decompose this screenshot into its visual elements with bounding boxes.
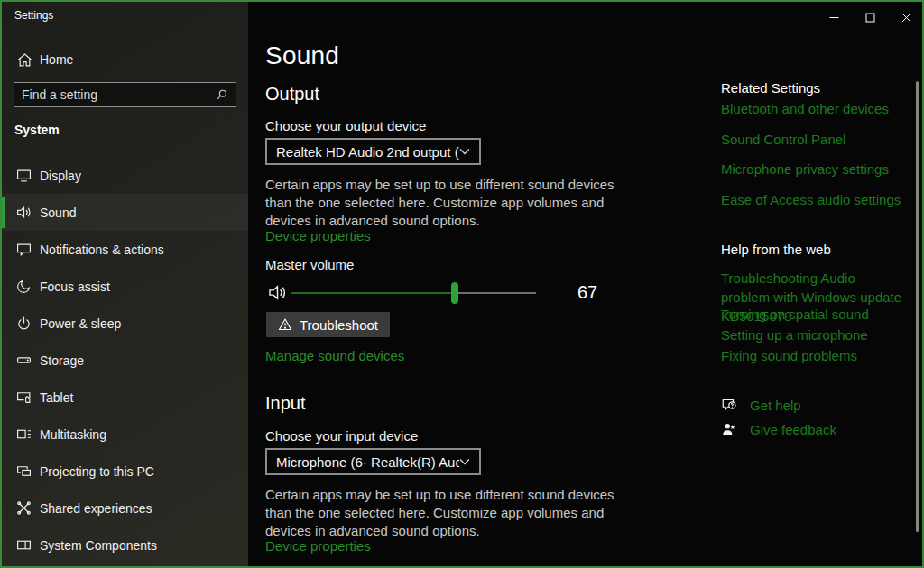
minimize-button[interactable] <box>819 5 848 29</box>
sidebar-item-label: Projecting to this PC <box>40 464 154 479</box>
output-device-value: Realtek HD Audio 2nd output (6- Re... <box>276 144 459 160</box>
sidebar-item-display[interactable]: Display <box>2 157 248 194</box>
search-box <box>14 82 236 107</box>
ease-of-access-audio-link[interactable]: Ease of Access audio settings <box>721 192 901 207</box>
sidebar-item-label: Tablet <box>40 390 73 405</box>
related-settings-heading: Related Settings <box>721 80 820 96</box>
get-help-row[interactable]: Get help <box>721 397 801 413</box>
master-volume-label: Master volume <box>265 257 354 272</box>
projecting-icon <box>16 463 32 479</box>
sidebar-item-label: Shared experiences <box>40 501 152 516</box>
sidebar-item-label: Home <box>40 52 73 67</box>
sidebar-nav: Display Sound Not <box>2 157 248 563</box>
give-feedback-link: Give feedback <box>750 422 836 437</box>
storage-icon <box>16 353 32 368</box>
slider-thumb[interactable] <box>451 282 458 304</box>
sidebar-item-label: Multitasking <box>40 427 106 442</box>
input-device-label: Choose your input device <box>265 428 418 444</box>
search-icon[interactable] <box>216 88 228 101</box>
chevron-down-icon <box>459 148 470 155</box>
get-help-link: Get help <box>750 398 801 413</box>
input-description: Certain apps may be set up to use differ… <box>265 486 633 540</box>
master-volume-slider-row: 67 <box>265 278 644 308</box>
fixing-sound-problems-link[interactable]: Fixing sound problems <box>721 348 857 363</box>
help-from-web-heading: Help from the web <box>721 242 831 257</box>
manage-sound-devices-link[interactable]: Manage sound devices <box>265 348 404 363</box>
power-icon <box>16 316 32 331</box>
bluetooth-devices-link[interactable]: Bluetooth and other devices <box>721 101 889 116</box>
sidebar-item-power-sleep[interactable]: Power & sleep <box>2 305 248 342</box>
sidebar-item-label: Power & sleep <box>40 316 121 331</box>
volume-speaker-icon[interactable] <box>268 283 287 302</box>
input-section-heading: Input <box>265 393 305 414</box>
sidebar-item-label: Notifications & actions <box>40 243 164 257</box>
tablet-icon <box>16 389 32 405</box>
sidebar-item-sound[interactable]: Sound <box>2 194 248 231</box>
sidebar-item-label: Storage <box>40 353 84 368</box>
spatial-sound-link[interactable]: Turning on spatial sound <box>721 307 869 322</box>
sidebar-item-label: System Components <box>40 538 157 553</box>
get-help-icon <box>721 397 737 413</box>
master-volume-slider[interactable] <box>291 278 536 308</box>
sidebar: Settings Home System <box>2 2 248 566</box>
display-icon <box>16 168 32 183</box>
microphone-privacy-link[interactable]: Microphone privacy settings <box>721 161 889 177</box>
selected-accent-bar <box>2 197 5 228</box>
troubleshoot-button[interactable]: Troubleshoot <box>266 312 390 337</box>
sound-icon <box>16 205 32 220</box>
setup-microphone-link[interactable]: Setting up a microphone <box>721 327 868 343</box>
sound-control-panel-link[interactable]: Sound Control Panel <box>721 132 845 147</box>
output-device-properties-link[interactable]: Device properties <box>265 228 371 243</box>
page-title: Sound <box>265 41 339 70</box>
close-icon <box>901 13 911 23</box>
sidebar-item-multitasking[interactable]: Multitasking <box>2 416 248 453</box>
input-device-value: Microphone (6- Realtek(R) Audio) <box>276 454 459 470</box>
warning-icon <box>278 317 292 332</box>
notifications-icon <box>16 242 32 257</box>
sidebar-item-label: Sound <box>40 206 76 220</box>
sidebar-item-label: Focus assist <box>40 279 110 294</box>
maximize-button[interactable] <box>855 5 884 29</box>
volume-value: 67 <box>578 282 597 303</box>
app-title: Settings <box>14 9 53 22</box>
vertical-scrollbar[interactable] <box>916 81 919 532</box>
output-device-label: Choose your output device <box>265 118 426 133</box>
sidebar-item-projecting[interactable]: Projecting to this PC <box>2 453 248 490</box>
input-device-select[interactable]: Microphone (6- Realtek(R) Audio) <box>265 448 481 475</box>
troubleshoot-label: Troubleshoot <box>300 317 378 333</box>
shared-experiences-icon <box>16 500 32 516</box>
multitasking-icon <box>16 426 32 442</box>
sidebar-section-system: System <box>14 123 60 137</box>
sidebar-item-notifications[interactable]: Notifications & actions <box>2 231 248 268</box>
settings-window: Settings Home System <box>0 0 924 568</box>
sidebar-item-storage[interactable]: Storage <box>2 342 248 379</box>
minimize-icon <box>829 13 839 23</box>
sidebar-item-system-components[interactable]: System Components <box>2 527 248 563</box>
slider-track-fill <box>291 292 455 294</box>
give-feedback-icon <box>721 421 737 437</box>
input-device-properties-link[interactable]: Device properties <box>265 538 371 554</box>
search-input[interactable] <box>14 87 216 102</box>
system-components-icon <box>16 537 32 553</box>
output-description: Certain apps may be set up to use differ… <box>265 176 633 230</box>
focus-assist-icon <box>16 279 32 294</box>
sidebar-item-shared-experiences[interactable]: Shared experiences <box>2 490 248 527</box>
close-button[interactable] <box>892 5 920 29</box>
give-feedback-row[interactable]: Give feedback <box>721 421 836 437</box>
sidebar-item-tablet[interactable]: Tablet <box>2 379 248 416</box>
maximize-icon <box>865 13 875 23</box>
sidebar-item-focus-assist[interactable]: Focus assist <box>2 268 248 305</box>
output-section-heading: Output <box>265 84 319 105</box>
sidebar-item-label: Display <box>40 169 81 183</box>
home-icon <box>17 52 32 68</box>
sidebar-item-home[interactable]: Home <box>2 47 248 72</box>
main-content: Sound Output Choose your output device R… <box>265 2 707 568</box>
output-device-select[interactable]: Realtek HD Audio 2nd output (6- Re... <box>265 138 481 165</box>
chevron-down-icon <box>459 458 470 465</box>
